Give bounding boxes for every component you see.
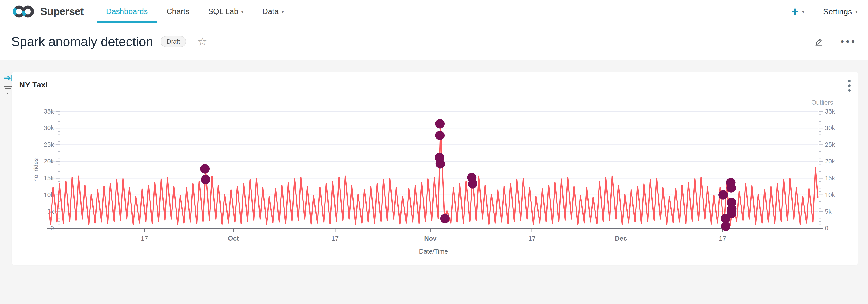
- status-badge: Draft: [160, 36, 186, 47]
- more-actions-icon[interactable]: •••: [841, 37, 857, 46]
- page-title: Spark anomaly detection: [11, 34, 153, 49]
- navbar-right: + ▾ Settings ▾: [792, 0, 858, 23]
- caret-down-icon: ▾: [802, 9, 805, 14]
- caret-down-icon: ▾: [855, 9, 858, 14]
- svg-text:Dec: Dec: [615, 235, 627, 242]
- svg-text:15k: 15k: [825, 175, 835, 182]
- nav-item-label: Dashboards: [106, 7, 148, 16]
- svg-text:25k: 25k: [43, 141, 54, 148]
- svg-text:20k: 20k: [825, 158, 835, 165]
- svg-text:20k: 20k: [43, 158, 54, 165]
- svg-text:Nov: Nov: [424, 235, 437, 242]
- svg-text:17: 17: [141, 235, 148, 242]
- svg-text:35k: 35k: [825, 108, 835, 115]
- settings-menu[interactable]: Settings ▾: [823, 7, 858, 16]
- svg-text:no. rides: no. rides: [32, 158, 39, 182]
- svg-text:35k: 35k: [43, 108, 54, 115]
- chart-card: NY Taxi 005k5k10k10k15k15k20k20k25k25k30…: [12, 72, 858, 265]
- svg-text:17: 17: [719, 235, 726, 242]
- dashboard-header: Spark anomaly detection Draft ☆ •••: [0, 24, 868, 60]
- svg-text:5k: 5k: [47, 208, 54, 215]
- nav-item-dashboards[interactable]: Dashboards: [97, 0, 157, 23]
- nav-item-label: Data: [262, 7, 279, 16]
- favorite-star-icon[interactable]: ☆: [197, 36, 207, 47]
- svg-text:5k: 5k: [825, 208, 832, 215]
- nav-item-label: Charts: [166, 7, 189, 16]
- edit-dashboard-button[interactable]: [813, 36, 824, 47]
- svg-text:Date/Time: Date/Time: [419, 248, 448, 255]
- svg-text:15k: 15k: [43, 175, 54, 182]
- dashboard-actions: •••: [813, 36, 857, 47]
- main-nav: Dashboards Charts SQL Lab ▾ Data ▾: [97, 0, 293, 23]
- svg-text:25k: 25k: [825, 141, 835, 148]
- nav-item-charts[interactable]: Charts: [157, 0, 199, 23]
- plus-icon: +: [792, 5, 799, 18]
- new-item-button[interactable]: + ▾: [792, 5, 805, 18]
- svg-text:30k: 30k: [825, 125, 835, 132]
- svg-text:17: 17: [528, 235, 536, 242]
- settings-label: Settings: [823, 7, 852, 16]
- logo-wordmark: Superset: [40, 5, 84, 18]
- dashboard-content: NY Taxi 005k5k10k10k15k15k20k20k25k25k30…: [0, 60, 868, 304]
- nytaxi-timeseries-chart: 005k5k10k10k15k15k20k20k25k25k30k30k35k3…: [12, 72, 858, 265]
- svg-text:17: 17: [331, 235, 339, 242]
- superset-infinity-icon: [10, 4, 36, 19]
- caret-down-icon: ▾: [241, 9, 244, 14]
- navbar: Superset Dashboards Charts SQL Lab ▾ Dat…: [0, 0, 868, 24]
- caret-down-icon: ▾: [281, 9, 284, 14]
- svg-text:30k: 30k: [43, 125, 54, 132]
- svg-text:Oct: Oct: [228, 235, 239, 242]
- svg-text:10k: 10k: [825, 191, 835, 198]
- nav-item-label: SQL Lab: [208, 7, 238, 16]
- nav-item-data[interactable]: Data ▾: [253, 0, 293, 23]
- pencil-icon: [813, 36, 824, 47]
- nav-item-sql-lab[interactable]: SQL Lab ▾: [199, 0, 253, 23]
- svg-text:0: 0: [825, 225, 828, 232]
- superset-logo[interactable]: Superset: [10, 0, 84, 23]
- svg-text:Outliers: Outliers: [811, 99, 833, 106]
